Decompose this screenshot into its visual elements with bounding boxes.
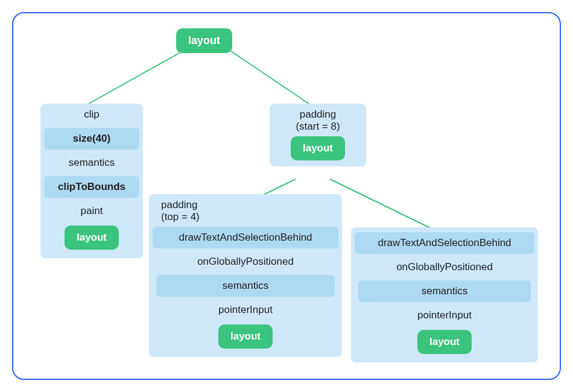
br-semantics-label: semantics <box>358 280 531 302</box>
right-padding-line1: padding <box>300 109 337 120</box>
br-pointerinput-label: pointerInput <box>355 305 534 326</box>
left-layout-label: layout <box>77 232 107 243</box>
bl-layout-badge: layout <box>218 324 273 349</box>
paint-nested-box: paint layout <box>44 200 139 256</box>
br-drawtext-label: drawTextAndSelectionBehind <box>355 232 534 254</box>
br-onglobally-label: onGloballyPositioned <box>355 256 534 278</box>
diagram-frame: layout clip size(40) semantics clipToBou… <box>12 12 561 380</box>
bottomright-node-box: drawTextAndSelectionBehind onGloballyPos… <box>351 227 538 362</box>
clip-label: clip <box>40 104 143 125</box>
right-padding-line2: (start = 8) <box>296 121 340 132</box>
bl-pointerinput-label: pointerInput <box>153 299 338 321</box>
bl-nested-box: onGloballyPositioned semantics pointerIn… <box>153 251 338 355</box>
semantics-label: semantics <box>40 152 143 174</box>
bl-padding-label: padding (top = 4) <box>149 194 342 224</box>
svg-line-1 <box>221 45 309 104</box>
right-layout-label: layout <box>303 142 333 154</box>
root-layout-label: layout <box>188 34 220 46</box>
svg-line-3 <box>330 179 442 233</box>
bl-padding-line2: (top = 4) <box>161 211 200 223</box>
bottomleft-node-box: padding (top = 4) drawTextAndSelectionBe… <box>149 194 342 357</box>
right-padding-label: padding (start = 8) <box>270 104 366 133</box>
paint-label: paint <box>44 200 139 222</box>
br-layout-label: layout <box>429 336 460 347</box>
right-layout-badge: layout <box>291 136 345 160</box>
bl-padding-line1: padding <box>161 199 198 210</box>
cliptobounds-label: clipToBounds <box>44 176 139 198</box>
bl-drawtext-label: drawTextAndSelectionBehind <box>153 227 338 248</box>
br-layout-badge: layout <box>417 330 472 354</box>
root-layout-node: layout <box>176 28 232 53</box>
left-node-box: clip size(40) semantics clipToBounds pai… <box>40 104 143 258</box>
right-node-box: padding (start = 8) layout <box>270 104 366 166</box>
bl-onglobally-label: onGloballyPositioned <box>153 251 338 273</box>
svg-line-0 <box>89 45 194 104</box>
bl-semantics-label: semantics <box>156 275 335 297</box>
br-nested-box: onGloballyPositioned semantics pointerIn… <box>355 256 534 360</box>
size-label: size(40) <box>44 128 139 150</box>
left-layout-badge: layout <box>65 226 119 250</box>
bl-layout-label: layout <box>230 330 261 342</box>
